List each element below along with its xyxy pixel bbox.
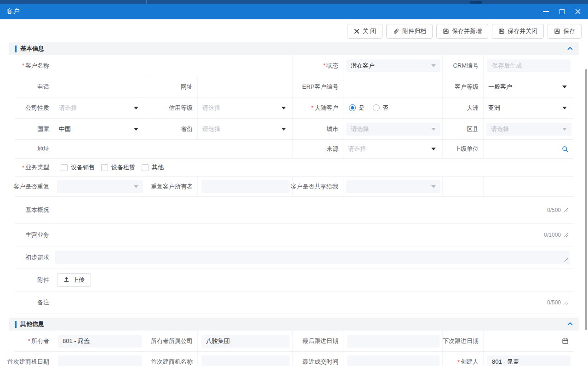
collapse-chevron-up-icon[interactable] (567, 320, 573, 328)
chevron-down-icon (134, 185, 138, 188)
mainland-label: 大陆客户 (314, 104, 338, 112)
close-button[interactable]: 关 闭 (348, 24, 382, 39)
vertical-scrollbar[interactable] (585, 69, 587, 330)
form-row: *客户名称 *状态 潜在客户 CRM编号 保存后生成 (15, 55, 573, 76)
city-select[interactable]: 请选择 (346, 123, 440, 136)
chevron-down-icon (281, 128, 286, 131)
checkbox-icon (61, 164, 68, 171)
overview-textarea[interactable]: 0/500 (54, 197, 573, 223)
checkbox-other[interactable]: 其他 (142, 163, 164, 172)
level-select[interactable]: 一般客户 (487, 80, 571, 93)
next-follow-date-input[interactable] (484, 331, 573, 351)
resize-grip-icon[interactable] (563, 258, 568, 263)
is-duplicate-select[interactable] (57, 180, 143, 193)
resize-grip-icon[interactable] (563, 233, 568, 237)
radio-no[interactable]: 否 (373, 104, 388, 112)
province-select[interactable]: 请选择 (201, 123, 291, 136)
last-follow-date-input[interactable] (347, 335, 440, 348)
website-input[interactable] (198, 76, 293, 97)
company-nature-select[interactable]: 请选择 (58, 102, 143, 114)
city-label: 城市 (326, 125, 338, 133)
website-label: 网址 (181, 83, 193, 91)
other-info-form: *所有者 801 - 晁盖 所有者所属公司 八骏集团 最后跟进日期 下次跟进日期… (15, 331, 573, 366)
phone-input[interactable] (54, 76, 145, 97)
checkbox-icon (142, 164, 148, 171)
creator-input[interactable]: 801 - 晁盖 (487, 355, 571, 366)
first-opp-name-input[interactable] (201, 355, 290, 366)
remark-textarea[interactable]: 0/500 (54, 292, 573, 314)
char-counter: 0/500 (547, 299, 561, 306)
chevron-down-icon (134, 128, 138, 131)
credit-select[interactable]: 请选择 (201, 102, 291, 114)
form-row: 国家 中国 省份 请选择 城市 请选择 区县 请选择 (15, 119, 573, 140)
resize-grip-icon[interactable] (563, 208, 568, 212)
window-controls (543, 9, 581, 14)
status-select[interactable]: 潜在客户 (346, 59, 440, 72)
save-button[interactable]: 保存 (548, 24, 582, 39)
required-asterisk: * (22, 164, 24, 171)
district-select[interactable]: 请选择 (486, 123, 571, 136)
radio-yes[interactable]: 是 (349, 104, 365, 112)
resize-grip-icon[interactable] (563, 300, 568, 305)
last-deal-time-input[interactable] (347, 355, 440, 366)
form-row: 电话 网址 ERP客户编号 客户等级 一般客户 (15, 76, 573, 97)
section-title: 基本信息 (20, 45, 567, 53)
collapse-chevron-up-icon[interactable] (567, 45, 573, 53)
section-basic-info: 基本信息 (9, 42, 579, 55)
upload-button[interactable]: 上传 (57, 273, 91, 287)
credit-label: 信用等级 (169, 104, 193, 112)
calendar-icon[interactable] (562, 337, 569, 344)
save-icon (498, 28, 505, 34)
attachment-archive-button[interactable]: 附件归档 (386, 24, 433, 39)
search-icon[interactable] (562, 146, 569, 153)
toolbar: 关 闭 附件归档 保存并新增 保存并关闭 保存 (0, 19, 588, 42)
form-row: 客户是否重复 重复客户所有者 客户是否共享给我 (15, 177, 573, 197)
parent-unit-input[interactable] (484, 140, 573, 158)
chevron-down-icon (431, 148, 436, 150)
radio-dot-icon (373, 104, 380, 111)
address-input[interactable] (54, 140, 293, 158)
initial-demand-textarea[interactable] (55, 251, 570, 264)
form-row: *所有者 801 - 晁盖 所有者所属公司 八骏集团 最后跟进日期 下次跟进日期 (15, 331, 573, 352)
background-browser-strip (0, 0, 588, 4)
checkbox-icon (101, 164, 108, 171)
form-row: 首次建商机日期 首次建商机名称 最近成交时间 *创建人 801 - 晁盖 (15, 352, 573, 366)
main-business-label: 主营业务 (25, 231, 49, 239)
section-title: 其他信息 (20, 320, 567, 328)
close-window-icon[interactable] (575, 9, 581, 14)
form-row: 公司性质 请选择 信用等级 请选择 *大陆客户 是 否 大洲 亚洲 (15, 97, 573, 119)
erp-no-input[interactable] (343, 76, 443, 97)
continent-label: 大洲 (467, 104, 479, 112)
first-opp-date-input[interactable] (58, 355, 142, 366)
owner-company-input[interactable]: 八骏集团 (201, 335, 290, 348)
shared-to-me-select[interactable] (346, 180, 440, 193)
minimize-icon[interactable] (543, 11, 549, 12)
country-select[interactable]: 中国 (58, 123, 143, 136)
owner-input[interactable]: 801 - 晁盖 (58, 335, 142, 348)
country-label: 国家 (37, 125, 49, 133)
level-label: 客户等级 (455, 83, 479, 91)
phone-label: 电话 (37, 83, 49, 91)
checkbox-equipment-sales[interactable]: 设备销售 (61, 163, 95, 172)
form-row: 基本概况 0/500 (15, 197, 573, 224)
chevron-down-icon (562, 107, 567, 109)
save-icon (443, 28, 449, 34)
dup-owner-input[interactable] (201, 180, 290, 193)
save-and-close-button[interactable]: 保存并关闭 (492, 24, 544, 39)
customer-name-input[interactable] (54, 55, 293, 76)
checkbox-equipment-lease[interactable]: 设备租赁 (101, 163, 135, 172)
chevron-down-icon (562, 128, 567, 131)
section-accent-bar (15, 46, 17, 52)
company-nature-label: 公司性质 (25, 104, 49, 112)
crm-no-input[interactable]: 保存后生成 (487, 59, 571, 72)
chevron-down-icon (431, 64, 436, 67)
owner-company-label: 所有者所属公司 (151, 337, 193, 345)
source-select[interactable]: 请选择 (347, 143, 440, 155)
required-asterisk: * (323, 62, 325, 69)
save-and-new-button[interactable]: 保存并新增 (436, 24, 488, 39)
main-business-textarea[interactable]: 0/1000 (54, 224, 573, 246)
maximize-icon[interactable] (559, 9, 565, 14)
province-label: 省份 (181, 125, 193, 133)
continent-select[interactable]: 亚洲 (487, 102, 571, 114)
chevron-down-icon (431, 128, 436, 131)
